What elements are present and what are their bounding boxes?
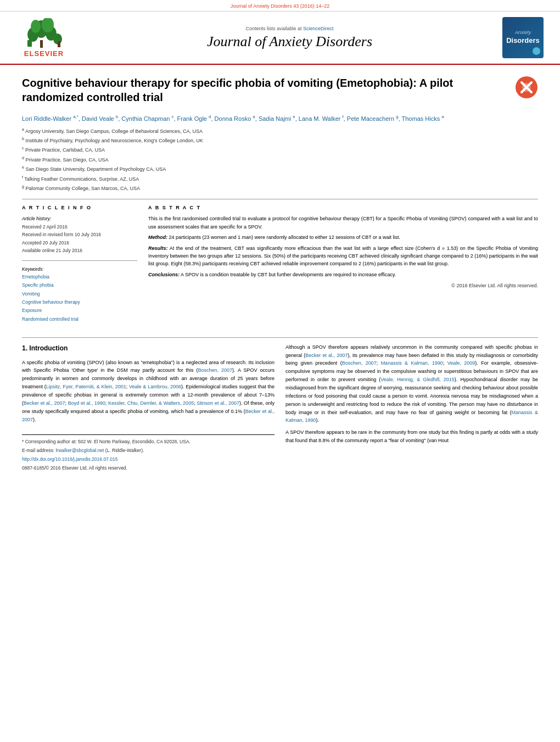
elsevier-label: ELSEVIER (24, 49, 64, 58)
keyword-4: Cognitive behaviour therapy (22, 298, 137, 306)
crossmark-icon (515, 76, 538, 99)
ref-boyd[interactable]: Boyd et al., 1990 (68, 400, 105, 406)
ref-kessler[interactable]: Kessler, Chiu, Demler, & Walters, 2005 (108, 400, 194, 406)
svg-point-6 (31, 20, 41, 33)
footer-notes: * Corresponding author at: 502 W. El Nor… (22, 434, 275, 471)
divider-1 (22, 199, 538, 199)
contents-available: Contents lists available at ScienceDirec… (77, 26, 502, 31)
journal-header: ELSEVIER Contents lists available at Sci… (0, 12, 560, 65)
ref-veale2009[interactable]: Veale, 2009 (447, 360, 475, 366)
ref-boschen2[interactable]: Boschen, 2007 (342, 360, 377, 366)
method-label: Method: (148, 235, 167, 240)
affiliations: a Argosy University, San Diego Campus, C… (22, 126, 538, 193)
body-col-left: 1. Introduction A specific phobia of vom… (22, 343, 275, 473)
badge-bottom-text: Disorders (506, 36, 540, 46)
elsevier-tree-icon (25, 18, 63, 48)
keywords-list: Emetophobia Specific phobia Vomiting Cog… (22, 273, 137, 323)
results-label: Results: (148, 246, 168, 251)
keyword-3: Vomiting (22, 290, 137, 298)
elsevier-logo: ELSEVIER (11, 18, 77, 58)
abstract-para1: This is the first randomised controlled … (148, 215, 538, 231)
conclusions-label: Conclusions: (148, 272, 180, 277)
article-content: Cognitive behaviour therapy for specific… (0, 65, 560, 484)
ref-veale-lambrou[interactable]: Veale & Lambrou, 2006 (129, 384, 181, 389)
keyword-6: Randomised controlled trial (22, 315, 137, 323)
abstract-text: This is the first randomised controlled … (148, 215, 538, 278)
conclusions-text: A SPOV is a condition treatable by CBT b… (181, 272, 396, 277)
abstract-method: Method: 24 participants (23 women and 1 … (148, 233, 538, 241)
section1-col1-para1: A specific phobia of vomiting (SPOV) (al… (22, 359, 275, 424)
svg-rect-8 (58, 41, 60, 47)
ref-manassis[interactable]: Manassis & Kalman, 1990 (381, 360, 443, 366)
abstract-heading: A B S T R A C T (148, 205, 538, 210)
keywords-label: Keywords: (22, 266, 44, 272)
email-note: E-mail address: lrwalker@sbcglobal.net (… (22, 447, 275, 454)
corresponding-author-note: * Corresponding author at: 502 W. El Nor… (22, 438, 275, 445)
email-link[interactable]: lrwalker@sbcglobal.net (55, 448, 104, 453)
body-col-right: Although a SPOV therefore appears relati… (285, 343, 538, 473)
abstract-conclusions: Conclusions: A SPOV is a condition treat… (148, 271, 538, 278)
svg-rect-5 (40, 40, 43, 48)
abstract-section: A B S T R A C T This is the first random… (148, 205, 538, 328)
sciencedirect-link[interactable]: ScienceDirect (303, 26, 334, 31)
ref-becker2[interactable]: Becker et al., 2007 (22, 409, 275, 422)
body-columns: 1. Introduction A specific phobia of vom… (22, 343, 538, 473)
article-title-section: Cognitive behaviour therapy for specific… (22, 76, 538, 109)
abstract-results: Results: At the end of the treatment, CB… (148, 244, 538, 268)
ref-boschen-2007[interactable]: Boschen, 2007 (198, 367, 233, 373)
ref-lipsitz[interactable]: Lipsitz, Fyer, Paterniti, & Klein, 2001 (46, 384, 126, 389)
received-date: Received 2 April 2016 (22, 224, 68, 230)
keywords-block: Keywords: Emetophobia Specific phobia Vo… (22, 265, 137, 323)
corresponding-author-text: * Corresponding author at: 502 W. El Nor… (22, 439, 191, 444)
anxiety-disorders-badge: Anxiety Disorders (502, 17, 544, 58)
ref-veale2015[interactable]: Veale, Hennig, & Gledhill, 2015 (380, 377, 455, 382)
keyword-1: Emetophobia (22, 273, 137, 281)
svg-point-12 (522, 83, 531, 92)
ref-becker3[interactable]: Becker et al., 2007 (305, 353, 348, 358)
top-bar: Journal of Anxiety Disorders 43 (2016) 1… (0, 0, 560, 12)
page: Journal of Anxiety Disorders 43 (2016) 1… (0, 0, 560, 742)
revised-date: Received in revised form 10 July 2016 (22, 232, 101, 237)
doi-note: http://dx.doi.org/10.1016/j.janxdis.2016… (22, 456, 275, 463)
ref-stinson[interactable]: Stinson et al., 2007 (197, 400, 239, 406)
info-abstract-section: A R T I C L E I N F O Article history: R… (22, 205, 538, 328)
divider-2 (22, 337, 538, 338)
info-divider (22, 260, 137, 261)
accepted-date: Accepted 20 July 2016 (22, 240, 69, 246)
journal-citation: Journal of Anxiety Disorders 43 (2016) 1… (231, 3, 330, 9)
keyword-2: Specific phobia (22, 281, 137, 289)
ref-manassis2[interactable]: Manassis & Kalman, 1990 (285, 410, 538, 423)
ref-becker[interactable]: Becker et al., 2007 (24, 400, 65, 406)
badge-top-text: Anxiety (515, 30, 531, 36)
authors: Lori Riddle-Walker a,*, David Veale b, C… (22, 114, 538, 122)
section1-col2-para2: A SPOV therefore appears to be rare in t… (285, 428, 538, 445)
issn-note: 0887-6185/© 2016 Elsevier Ltd. All right… (22, 465, 275, 472)
keyword-5: Exposure (22, 306, 137, 315)
results-text: At the end of the treatment, CBT was sig… (148, 246, 538, 267)
article-info-heading: A R T I C L E I N F O (22, 205, 137, 210)
author-list: Lori Riddle-Walker a,*, David Veale b, C… (22, 115, 444, 122)
method-text: 24 participants (23 women and 1 man) wer… (169, 235, 401, 240)
section1-heading: 1. Introduction (22, 343, 275, 354)
journal-main-title: Journal of Anxiety Disorders (77, 34, 502, 50)
copyright: © 2016 Elsevier Ltd. All rights reserved… (148, 283, 538, 288)
available-date: Available online 21 July 2016 (22, 248, 82, 253)
article-history: Article history: Received 2 April 2016 R… (22, 215, 137, 254)
doi-link[interactable]: http://dx.doi.org/10.1016/j.janxdis.2016… (22, 456, 117, 462)
article-info: A R T I C L E I N F O Article history: R… (22, 205, 137, 328)
journal-title-center: Contents lists available at ScienceDirec… (77, 26, 502, 50)
article-title: Cognitive behaviour therapy for specific… (22, 76, 478, 104)
section1-col2-para1: Although a SPOV therefore appears relati… (285, 343, 538, 425)
history-label: Article history: (22, 216, 51, 221)
